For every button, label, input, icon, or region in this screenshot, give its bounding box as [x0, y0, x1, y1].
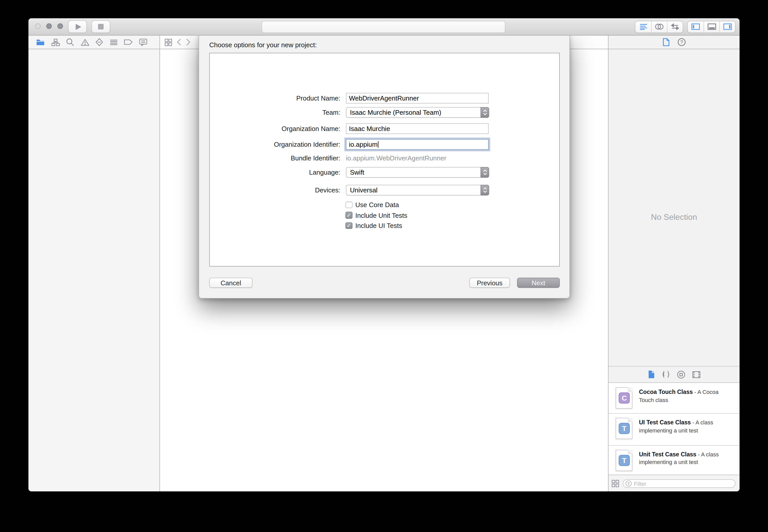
organization-identifier-value: io.appium [349, 140, 377, 148]
organization-name-row: Organization Name: Isaac Murchie [199, 123, 569, 134]
language-value: Swift [350, 168, 364, 176]
test-navigator-icon[interactable] [95, 38, 103, 46]
team-value: Isaac Murchie (Personal Team) [350, 109, 441, 116]
standard-editor-button[interactable] [635, 21, 651, 32]
forward-icon[interactable] [186, 39, 190, 46]
stop-button[interactable] [91, 20, 110, 33]
assistant-editor-icon [655, 23, 664, 30]
team-label: Team: [199, 109, 340, 116]
code-snippets-icon[interactable] [662, 371, 670, 378]
back-icon[interactable] [177, 39, 181, 46]
play-icon [75, 24, 81, 30]
bundle-identifier-row: Bundle Identifier: io.appium.WebDriverAg… [199, 154, 569, 165]
related-items-icon[interactable] [165, 38, 172, 46]
traffic-lights [35, 23, 63, 29]
debug-area-icon [707, 23, 716, 30]
devices-row: Devices: Universal [199, 185, 569, 195]
organization-name-input[interactable]: Isaac Murchie [346, 123, 489, 134]
file-templates-icon[interactable] [648, 370, 655, 379]
issue-navigator-icon[interactable] [80, 38, 89, 46]
sheet-title: Choose options for your new project: [209, 41, 317, 49]
template-description: UI Test Case Class - A class implementin… [639, 418, 723, 445]
run-button[interactable] [68, 20, 87, 33]
utilities-sidebar: No Selection [608, 49, 740, 491]
template-file-icon: T [616, 450, 632, 471]
navigator-panel-icon [691, 23, 700, 30]
separator-dash: - [691, 419, 695, 425]
navigator-pane [28, 49, 160, 491]
assistant-editor-button[interactable] [651, 21, 667, 32]
quick-help-icon[interactable]: ? [677, 38, 685, 46]
screenshot-canvas: ? No Selection [0, 0, 768, 532]
template-file-icon: T [616, 418, 632, 439]
next-button[interactable]: Next [517, 278, 560, 288]
stop-icon [98, 24, 104, 29]
include-unit-tests-label: Include Unit Tests [355, 211, 408, 219]
template-file-icon: C [616, 387, 632, 409]
svg-text:?: ? [680, 39, 683, 45]
language-popup[interactable]: Swift [346, 167, 489, 177]
product-name-input[interactable]: WebDriverAgentRunner [346, 93, 489, 103]
page-fold [628, 450, 632, 454]
template-description: Cocoa Touch Class - A Cocoa Touch class [639, 388, 723, 413]
team-popup[interactable]: Isaac Murchie (Personal Team) [346, 107, 489, 118]
toggle-debug-area-button[interactable] [704, 21, 719, 32]
template-list: C Cocoa Touch Class - A Cocoa Touch clas… [609, 383, 740, 475]
project-navigator-icon[interactable] [36, 39, 45, 46]
symbol-navigator-icon[interactable] [51, 38, 60, 46]
devices-label: Devices: [199, 186, 340, 194]
object-library-icon[interactable] [677, 370, 685, 378]
media-library-icon[interactable] [692, 371, 700, 378]
library-tab-bar [609, 366, 740, 383]
popup-stepper-icon [481, 107, 489, 118]
toggle-utilities-button[interactable] [719, 21, 735, 32]
version-editor-button[interactable] [667, 21, 683, 32]
template-name: Unit Test Case Class [639, 451, 696, 457]
editor-mode-segmented-control [635, 21, 683, 33]
team-row: Team: Isaac Murchie (Personal Team) [199, 107, 569, 118]
language-row: Language: Swift [199, 167, 569, 177]
navigator-selector-bar [28, 36, 160, 49]
close-window-button[interactable] [35, 23, 41, 29]
devices-value: Universal [350, 186, 377, 194]
organization-identifier-label: Organization Identifier: [199, 140, 340, 148]
no-selection-label: No Selection [609, 213, 740, 222]
file-inspector-icon[interactable] [663, 38, 669, 46]
search-navigator-icon[interactable] [66, 38, 74, 46]
library-filter-bar: Filter [609, 475, 740, 491]
previous-button[interactable]: Previous [469, 278, 510, 288]
organization-identifier-row: Organization Identifier: io.appium [199, 139, 569, 149]
bundle-identifier-label: Bundle Identifier: [199, 154, 340, 162]
list-item-ui-test-case-class[interactable]: T UI Test Case Class - A class implement… [609, 413, 740, 445]
separator-dash: - [696, 451, 701, 457]
debug-navigator-icon[interactable] [109, 39, 118, 45]
version-editor-icon [671, 23, 680, 30]
new-project-options-sheet: Choose options for your new project: Pro… [199, 35, 570, 298]
filter-placeholder: Filter [634, 480, 646, 487]
utilities-panel-icon [723, 23, 732, 30]
list-item-unit-test-case-class[interactable]: T Unit Test Case Class - A class impleme… [609, 445, 740, 477]
class-badge: T [619, 423, 630, 434]
include-unit-tests-checkbox[interactable]: ✓ [345, 212, 352, 219]
include-ui-tests-label: Include UI Tests [355, 222, 402, 229]
template-name: Cocoa Touch Class [639, 389, 693, 395]
breakpoint-navigator-icon[interactable] [124, 39, 133, 45]
devices-popup[interactable]: Universal [346, 185, 489, 195]
zoom-window-button[interactable] [57, 23, 63, 29]
template-name: UI Test Case Class [639, 419, 691, 425]
filter-input[interactable]: Filter [623, 479, 736, 488]
include-ui-tests-checkbox[interactable]: ✓ [345, 222, 352, 229]
list-item-cocoa-touch-class[interactable]: C Cocoa Touch Class - A Cocoa Touch clas… [609, 383, 740, 413]
minimize-window-button[interactable] [46, 23, 52, 29]
filter-icon [625, 480, 632, 487]
grid-view-icon[interactable] [612, 479, 619, 487]
template-description: Unit Test Case Class - A class implement… [639, 450, 723, 477]
report-navigator-icon[interactable] [139, 38, 147, 46]
include-ui-tests-checkbox-row: ✓ Include UI Tests [345, 222, 402, 229]
page-fold [628, 418, 632, 422]
organization-identifier-input[interactable]: io.appium [346, 139, 489, 149]
toggle-navigator-button[interactable] [688, 21, 704, 32]
inspector-selector-bar: ? [608, 36, 740, 49]
cancel-button[interactable]: Cancel [209, 278, 252, 288]
use-core-data-checkbox[interactable]: ✓ [345, 202, 352, 208]
